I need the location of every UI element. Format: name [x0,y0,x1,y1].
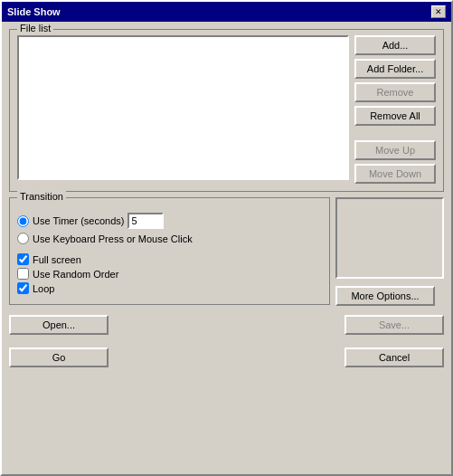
middle-section: Transition Use Timer (seconds) Use Keybo… [9,197,444,306]
open-save-section: Open... Save... [9,311,444,338]
cancel-button[interactable]: Cancel [344,347,444,367]
file-list-box[interactable] [17,35,349,180]
preview-box [335,197,444,279]
timer-radio-row: Use Timer (seconds) [17,213,322,229]
keyboard-radio[interactable] [17,233,29,244]
timer-radio-label: Use Timer (seconds) [33,215,124,226]
random-order-row: Use Random Order [17,268,322,280]
close-button[interactable]: ✕ [431,5,446,18]
full-screen-label: Full screen [33,254,81,265]
file-list-label: File list [17,23,53,33]
window-content: File list Add... Add Folder... Remove Re… [2,22,451,474]
window-title: Slide Show [7,6,61,17]
save-button[interactable]: Save... [344,315,444,335]
title-bar-controls: ✕ [431,5,446,18]
move-up-button[interactable]: Move Up [354,140,436,160]
file-list-section: Add... Add Folder... Remove Remove All M… [17,35,436,184]
loop-label: Loop [33,283,54,294]
open-button[interactable]: Open... [9,315,109,335]
timer-radio[interactable] [17,215,29,227]
file-list-group: File list Add... Add Folder... Remove Re… [9,29,444,192]
full-screen-row: Full screen [17,253,322,265]
go-cancel-section: Go Cancel [9,344,444,371]
go-button[interactable]: Go [9,347,109,367]
title-bar: Slide Show ✕ [2,2,451,22]
transition-inner: Use Timer (seconds) Use Keyboard Press o… [17,204,322,294]
random-order-label: Use Random Order [33,269,118,280]
right-panel: More Options... [335,197,444,306]
remove-button[interactable]: Remove [354,82,436,102]
loop-row: Loop [17,282,322,294]
full-screen-checkbox[interactable] [17,253,29,265]
timer-input[interactable] [127,213,164,229]
transition-group: Transition Use Timer (seconds) Use Keybo… [9,197,330,305]
add-button[interactable]: Add... [354,35,436,55]
file-list-buttons: Add... Add Folder... Remove Remove All M… [354,35,436,184]
loop-checkbox[interactable] [17,282,29,294]
remove-all-button[interactable]: Remove All [354,106,436,126]
add-folder-button[interactable]: Add Folder... [354,59,436,79]
main-window: Slide Show ✕ File list Add... Add Folder… [0,0,453,476]
random-order-checkbox[interactable] [17,268,29,280]
keyboard-radio-label: Use Keyboard Press or Mouse Click [33,233,193,244]
more-options-button[interactable]: More Options... [335,286,435,306]
move-down-button[interactable]: Move Down [354,164,436,184]
transition-label: Transition [17,191,66,202]
keyboard-radio-row: Use Keyboard Press or Mouse Click [17,233,322,244]
